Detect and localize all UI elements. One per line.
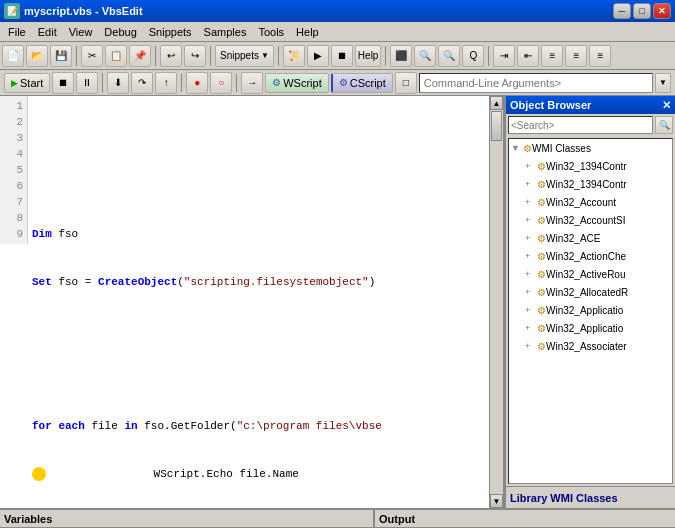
indent-btn[interactable]: ⇥ bbox=[493, 45, 515, 67]
tree-item-8[interactable]: + ⚙ Win32_Applicatio bbox=[509, 301, 672, 319]
menu-view[interactable]: View bbox=[63, 24, 99, 40]
cmd-dropdown-arrow[interactable]: ▼ bbox=[655, 73, 671, 93]
code-line-3: Dim fso bbox=[32, 226, 485, 242]
expand-icon-1: + bbox=[525, 179, 537, 189]
footer-class-label[interactable]: WMI Classes bbox=[550, 492, 617, 504]
btn4[interactable]: Q bbox=[462, 45, 484, 67]
redo-button[interactable]: ↪ bbox=[184, 45, 206, 67]
stop-btn[interactable]: ⏹ bbox=[331, 45, 353, 67]
cmd-arguments-input[interactable] bbox=[419, 73, 653, 93]
step-into[interactable]: ⬇ bbox=[107, 72, 129, 94]
menu-help[interactable]: Help bbox=[290, 24, 325, 40]
obj-browser-title: Object Browser bbox=[510, 99, 591, 111]
tree-root-wmi[interactable]: ▼ ⚙ WMI Classes bbox=[509, 139, 672, 157]
script-icon-btn[interactable]: 📜 bbox=[283, 45, 305, 67]
arrow-btn[interactable]: → bbox=[241, 72, 263, 94]
footer-library-label[interactable]: Library bbox=[510, 492, 547, 504]
tree-item-9[interactable]: + ⚙ Win32_Applicatio bbox=[509, 319, 672, 337]
snippets-button[interactable]: Snippets ▼ bbox=[215, 45, 274, 67]
obj-search-button[interactable]: 🔍 bbox=[655, 116, 673, 134]
output-title-bar: Output bbox=[375, 510, 675, 528]
bottom-panels: Variables Name Value ▼ file bbox=[0, 508, 675, 528]
cmd-icon[interactable]: □ bbox=[395, 72, 417, 94]
obj-browser-title-bar: Object Browser ✕ bbox=[506, 96, 675, 114]
code-line-8: WScript.Echo file.Name bbox=[32, 466, 485, 482]
stop-btn2[interactable]: ⏹ bbox=[52, 72, 74, 94]
close-button[interactable]: ✕ bbox=[653, 3, 671, 19]
btn2[interactable]: 🔍 bbox=[414, 45, 436, 67]
undo-button[interactable]: ↩ bbox=[160, 45, 182, 67]
run-toolbar: ▶ Start ⏹ ⏸ ⬇ ↷ ↑ ● ○ → ⚙ WScript ⚙ CScr… bbox=[0, 70, 675, 96]
tree-item-1[interactable]: + ⚙ Win32_1394Contr bbox=[509, 175, 672, 193]
minimize-button[interactable]: ─ bbox=[613, 3, 631, 19]
btn1[interactable]: ⬛ bbox=[390, 45, 412, 67]
menu-snippets[interactable]: Snippets bbox=[143, 24, 198, 40]
bp-clear[interactable]: ○ bbox=[210, 72, 232, 94]
obj-search-bar: 🔍 bbox=[506, 114, 675, 136]
sep5 bbox=[385, 46, 386, 66]
main-area: 1 2 3 4 5 6 7 8 9 Dim fso Set fso = Crea… bbox=[0, 96, 675, 508]
scroll-down-arrow[interactable]: ▼ bbox=[490, 494, 503, 508]
code-line-1 bbox=[32, 130, 485, 146]
variables-title-bar: Variables bbox=[0, 510, 373, 528]
menu-samples[interactable]: Samples bbox=[198, 24, 253, 40]
pause-btn[interactable]: ⏸ bbox=[76, 72, 98, 94]
btn3[interactable]: 🔍 bbox=[438, 45, 460, 67]
class-icon-5: ⚙ bbox=[537, 251, 546, 262]
snippets-arrow-icon: ▼ bbox=[261, 51, 269, 60]
cscript-button[interactable]: ⚙ CScript bbox=[331, 73, 393, 93]
code-line-7: for each file in fso.GetFolder("c:\progr… bbox=[32, 418, 485, 434]
paste-button[interactable]: 📌 bbox=[129, 45, 151, 67]
tree-item-0[interactable]: + ⚙ Win32_1394Contr bbox=[509, 157, 672, 175]
tree-item-10[interactable]: + ⚙ Win32_Associater bbox=[509, 337, 672, 355]
tree-item-6[interactable]: + ⚙ Win32_ActiveRou bbox=[509, 265, 672, 283]
wmi-icon: ⚙ bbox=[523, 143, 532, 154]
scroll-up-arrow[interactable]: ▲ bbox=[490, 96, 503, 110]
code-line-4: Set fso = CreateObject("scripting.filesy… bbox=[32, 274, 485, 290]
tree-item-5[interactable]: + ⚙ Win32_ActionChe bbox=[509, 247, 672, 265]
save-button[interactable]: 💾 bbox=[50, 45, 72, 67]
run-btn2[interactable]: ▶ bbox=[307, 45, 329, 67]
copy-button[interactable]: 📋 bbox=[105, 45, 127, 67]
sep2 bbox=[155, 46, 156, 66]
fmt1[interactable]: ≡ bbox=[541, 45, 563, 67]
tree-label-0: Win32_1394Contr bbox=[546, 161, 627, 172]
new-button[interactable]: 📄 bbox=[2, 45, 24, 67]
help-button[interactable]: Help bbox=[355, 45, 382, 67]
editor-scrollbar[interactable]: ▲ ▼ bbox=[489, 96, 503, 508]
wscript-button[interactable]: ⚙ WScript bbox=[265, 73, 329, 93]
maximize-button[interactable]: □ bbox=[633, 3, 651, 19]
fmt3[interactable]: ≡ bbox=[589, 45, 611, 67]
tree-item-3[interactable]: + ⚙ Win32_AccountSI bbox=[509, 211, 672, 229]
bp-set[interactable]: ● bbox=[186, 72, 208, 94]
tree-label-4: Win32_ACE bbox=[546, 233, 600, 244]
class-icon-9: ⚙ bbox=[537, 323, 546, 334]
variables-panel: Variables Name Value ▼ file bbox=[0, 510, 375, 528]
bookmark-icon bbox=[32, 467, 46, 481]
menu-edit[interactable]: Edit bbox=[32, 24, 63, 40]
outdent-btn[interactable]: ⇤ bbox=[517, 45, 539, 67]
scroll-thumb[interactable] bbox=[491, 111, 502, 141]
sep7 bbox=[102, 73, 103, 93]
fmt2[interactable]: ≡ bbox=[565, 45, 587, 67]
menu-tools[interactable]: Tools bbox=[252, 24, 290, 40]
step-over[interactable]: ↷ bbox=[131, 72, 153, 94]
open-button[interactable]: 📂 bbox=[26, 45, 48, 67]
tree-item-4[interactable]: + ⚙ Win32_ACE bbox=[509, 229, 672, 247]
app-icon: 📝 bbox=[4, 3, 20, 19]
code-editor[interactable]: Dim fso Set fso = CreateObject("scriptin… bbox=[28, 96, 489, 508]
start-button[interactable]: ▶ Start bbox=[4, 73, 50, 93]
toolbar: 📄 📂 💾 ✂ 📋 📌 ↩ ↪ Snippets ▼ 📜 ▶ ⏹ Help ⬛ … bbox=[0, 42, 675, 70]
cut-button[interactable]: ✂ bbox=[81, 45, 103, 67]
step-out[interactable]: ↑ bbox=[155, 72, 177, 94]
tree-item-2[interactable]: + ⚙ Win32_Account bbox=[509, 193, 672, 211]
class-icon-4: ⚙ bbox=[537, 233, 546, 244]
menu-file[interactable]: File bbox=[2, 24, 32, 40]
expand-icon-5: + bbox=[525, 251, 537, 261]
tree-item-7[interactable]: + ⚙ Win32_AllocatedR bbox=[509, 283, 672, 301]
obj-browser-close[interactable]: ✕ bbox=[662, 99, 671, 112]
obj-search-input[interactable] bbox=[508, 116, 653, 134]
class-icon-2: ⚙ bbox=[537, 197, 546, 208]
code-line-5 bbox=[32, 322, 485, 338]
menu-debug[interactable]: Debug bbox=[98, 24, 142, 40]
